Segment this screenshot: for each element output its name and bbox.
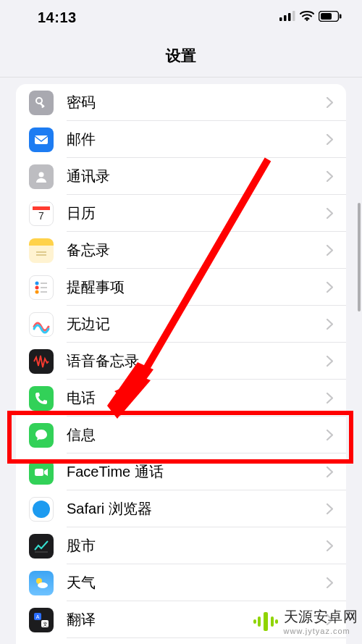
svg-point-18 <box>35 285 39 289</box>
settings-item-mail[interactable]: 邮件 <box>16 121 346 158</box>
settings-item-contacts[interactable]: 通讯录 <box>16 158 346 195</box>
watermark-text-block: 天源安卓网 www.jytyaz.com <box>284 607 358 635</box>
chevron-right-icon <box>321 465 346 480</box>
wifi-icon <box>300 11 314 24</box>
chevron-right-icon <box>321 354 346 369</box>
chevron-right-icon <box>321 170 346 184</box>
svg-text:A: A <box>36 614 40 619</box>
chevron-right-icon <box>321 539 346 553</box>
svg-text:文: 文 <box>43 622 48 627</box>
messages-icon <box>29 423 54 448</box>
page-title: 设置 <box>166 46 196 66</box>
svg-point-17 <box>35 281 39 285</box>
svg-point-19 <box>35 290 39 293</box>
settings-item-messages[interactable]: 信息 <box>16 417 346 453</box>
svg-rect-45 <box>258 616 261 627</box>
cellular-icon <box>279 11 295 24</box>
facetime-icon <box>29 460 54 485</box>
contacts-icon <box>29 164 54 189</box>
settings-item-label: 备忘录 <box>67 241 321 260</box>
svg-rect-11 <box>35 135 48 144</box>
svg-point-12 <box>39 172 44 177</box>
settings-item-label: Safari 浏览器 <box>67 499 321 519</box>
chevron-right-icon <box>321 391 346 406</box>
settings-item-label: 股市 <box>67 536 321 556</box>
svg-point-33 <box>38 582 48 588</box>
watermark: 天源安卓网 www.jytyaz.com <box>253 607 358 635</box>
settings-item-weather[interactable]: 天气 <box>16 564 346 601</box>
settings-item-label: 提醒事项 <box>67 277 321 297</box>
svg-text:7: 7 <box>38 210 44 222</box>
settings-item-voicememos[interactable]: 语音备忘录 <box>16 343 346 380</box>
svg-rect-44 <box>264 612 268 631</box>
safari-icon <box>29 497 54 522</box>
settings-item-phone[interactable]: 电话 <box>16 380 346 417</box>
chevron-right-icon <box>321 96 346 110</box>
settings-item-label: 通讯录 <box>67 167 321 186</box>
svg-rect-47 <box>253 619 256 624</box>
settings-item-reminders[interactable]: 提醒事项 <box>16 269 346 306</box>
svg-rect-48 <box>275 619 278 624</box>
chevron-right-icon <box>321 428 346 443</box>
settings-item-label: 信息 <box>67 425 321 445</box>
settings-screen: 14:13 设置 密码邮件通讯录7日历备忘录提醒事项无边记语音备忘录电话信息Fa… <box>0 0 362 644</box>
settings-item-label: FaceTime 通话 <box>67 462 321 482</box>
settings-item-label: 日历 <box>67 204 321 223</box>
scrollbar[interactable] <box>358 203 361 311</box>
battery-icon <box>319 11 342 25</box>
chevron-right-icon <box>321 280 346 295</box>
settings-item-label: 无边记 <box>67 314 321 334</box>
watermark-domain: www.jytyaz.com <box>284 627 358 635</box>
svg-rect-7 <box>340 14 342 18</box>
svg-rect-6 <box>321 13 332 20</box>
settings-item-label: 天气 <box>67 573 321 593</box>
settings-item-facetime[interactable]: FaceTime 通话 <box>16 453 346 490</box>
header: 设置 <box>0 35 362 78</box>
watermark-logo-icon <box>253 609 278 634</box>
chevron-right-icon <box>321 243 346 258</box>
settings-item-label: 邮件 <box>67 130 321 149</box>
chevron-right-icon <box>321 502 346 517</box>
phone-icon <box>29 386 54 411</box>
settings-item-safari[interactable]: Safari 浏览器 <box>16 490 346 527</box>
status-icons <box>279 11 342 25</box>
status-time: 14:13 <box>38 9 77 26</box>
translate-icon: A文 <box>29 608 54 632</box>
svg-rect-3 <box>292 11 295 21</box>
weather-icon <box>29 571 54 595</box>
stocks-icon <box>29 534 54 559</box>
settings-item-stocks[interactable]: 股市 <box>16 527 346 564</box>
settings-item-label: 密码 <box>67 93 321 112</box>
svg-rect-23 <box>35 469 43 476</box>
status-bar: 14:13 <box>0 0 362 35</box>
reminders-icon <box>29 275 54 300</box>
voicememos-icon <box>29 349 54 374</box>
settings-item-notes[interactable]: 备忘录 <box>16 232 346 269</box>
settings-item-freeform[interactable]: 无边记 <box>16 306 346 343</box>
settings-item-calendar[interactable]: 7日历 <box>16 195 346 232</box>
svg-rect-0 <box>279 17 282 21</box>
notes-icon <box>29 238 54 263</box>
svg-point-4 <box>306 19 308 21</box>
svg-rect-2 <box>288 13 291 21</box>
freeform-icon <box>29 312 54 337</box>
svg-rect-46 <box>271 616 274 627</box>
passwords-icon <box>29 91 54 115</box>
settings-item-label: 语音备忘录 <box>67 351 321 371</box>
chevron-right-icon <box>321 317 346 332</box>
settings-list[interactable]: 密码邮件通讯录7日历备忘录提醒事项无边记语音备忘录电话信息FaceTime 通话… <box>16 84 346 644</box>
mail-icon <box>29 127 54 152</box>
separator <box>67 637 346 638</box>
svg-rect-1 <box>284 15 287 21</box>
chevron-right-icon <box>321 206 346 221</box>
settings-item-label: 电话 <box>67 388 321 408</box>
chevron-right-icon <box>321 576 346 590</box>
watermark-text: 天源安卓网 <box>284 607 358 627</box>
calendar-icon: 7 <box>29 201 54 226</box>
settings-item-passwords[interactable]: 密码 <box>16 84 346 121</box>
chevron-right-icon <box>321 133 346 147</box>
